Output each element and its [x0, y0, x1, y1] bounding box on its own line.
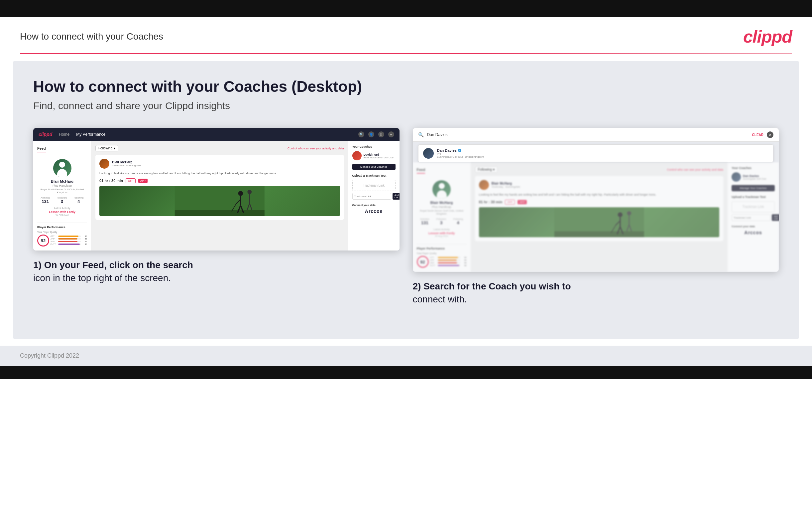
manage-coaches-btn[interactable]: Manage Your Coaches	[352, 164, 395, 170]
search-result-name-1: Dan Davies ✓	[437, 149, 484, 153]
nav-home-1[interactable]: Home	[59, 132, 69, 137]
trackman-placeholder-1: Trackman Link	[356, 184, 392, 187]
stat-activities-value: 131	[41, 199, 50, 204]
middle-panel-1: Following ▾ Control who can see your act…	[91, 141, 348, 251]
app-nav-1: clippd Home My Performance 🔍 👤 ⚙ ▼	[33, 128, 399, 141]
add-link-btn-1[interactable]: Add Link	[392, 193, 399, 200]
trackman-title-1: Upload a Trackman Test	[352, 174, 395, 177]
stat-following: Following 4	[74, 197, 84, 204]
clear-button[interactable]: CLEAR	[752, 133, 763, 137]
step-1-text: icon in the top right of the screen.	[33, 273, 171, 283]
post-author-name-1: Blair McHarg	[112, 160, 141, 164]
right-panel-1: Your Coaches David Ford Royal North Devo…	[348, 141, 399, 251]
page-title: How to connect with your Coaches	[20, 31, 163, 42]
trackman-section-1: Upload a Trackman Test Trackman Link Add…	[352, 174, 395, 200]
screenshot1-frame: clippd Home My Performance 🔍 👤 ⚙ ▼ Feed	[33, 128, 399, 251]
settings-icon-1[interactable]: ⚙	[378, 131, 384, 137]
coach-name-1: David Ford	[364, 153, 393, 156]
profile-handicap-2: Plus Handicap	[417, 205, 467, 209]
header-divider	[20, 53, 792, 54]
stat-followers: Followers 3	[57, 197, 67, 204]
app-tag-btn[interactable]: APP	[138, 179, 148, 183]
search-input-2[interactable]	[427, 132, 749, 137]
section-subtitle: Find, connect and share your Clippd insi…	[33, 100, 779, 112]
search-result-club-1: Sunningdale Golf Club, United Kingdom	[437, 155, 484, 158]
stat-followers-label: Followers	[57, 197, 67, 199]
perf-bar-app-track	[58, 238, 81, 240]
search-magnifier-icon: 🔍	[418, 132, 424, 137]
post-header-1: Blair McHarg Yesterday · Sunningdale	[99, 159, 340, 169]
profile-avatar-1	[53, 159, 71, 177]
stat-following-value: 4	[74, 199, 84, 204]
step-2-number: 2) Search for the Coach you wish to	[413, 281, 571, 291]
perf-bar-ott-fill	[58, 236, 79, 237]
arccos-logo-1: Arccos	[352, 209, 395, 214]
latest-activity-label: Latest Activity	[37, 207, 87, 210]
profile-name-1: Blair McHarg	[37, 179, 87, 183]
feed-tab-1[interactable]: Feed	[37, 145, 46, 153]
perf-total-label-1: Total Player Quality	[37, 231, 87, 233]
perf-bar-putt-value: 96	[82, 243, 87, 245]
following-row-1: Following ▾ Control who can see your act…	[95, 145, 344, 152]
svg-point-8	[247, 189, 252, 194]
perf-bar-app: APP 85	[51, 238, 87, 240]
following-button-1[interactable]: Following ▾	[95, 145, 118, 152]
perf-bar-app-label: APP	[51, 238, 57, 240]
main-content: How to connect with your Coaches (Deskto…	[13, 61, 799, 339]
profile-club-1: Royal North Devon Golf Club, United King…	[37, 188, 87, 194]
profile-section-1: Blair McHarg Plus Handicap Royal North D…	[37, 156, 87, 219]
search-result-info-1: Dan Davies ✓ Pro Sunningdale Golf Club, …	[437, 149, 484, 158]
svg-point-20	[627, 211, 631, 215]
post-image-2	[479, 207, 720, 237]
perf-bar-ott-track	[58, 236, 81, 237]
performance-section-2: Player Performance Total Player Quality …	[417, 244, 467, 268]
verified-badge-1: ✓	[458, 149, 461, 152]
post-avatar-1	[99, 159, 109, 169]
trackman-input-area-1: Trackman Link	[352, 180, 395, 191]
search-result-1[interactable]: Dan Davies ✓ Pro Sunningdale Golf Club, …	[418, 144, 774, 162]
search-result-avatar-1	[423, 148, 434, 159]
app-body-2: Feed Blair McHarg Plus Handicap Royal No…	[413, 162, 779, 272]
stat-activities-label: Activities	[41, 197, 50, 199]
perf-bar-arg-track	[58, 241, 81, 242]
svg-point-14	[618, 212, 622, 217]
stats-row-2: Activities 131 Followers 3 Following	[417, 218, 467, 225]
score-circle-1: 92	[37, 235, 49, 247]
avatar-head-2	[439, 183, 445, 189]
post-author-info-1: Blair McHarg Yesterday · Sunningdale	[112, 160, 141, 167]
stat-activities-2: Activities 131	[420, 218, 429, 225]
coach-item-1: David Ford Royal North Devon Golf Club	[352, 151, 395, 160]
close-search-btn[interactable]: ✕	[767, 131, 773, 138]
feed-tab-2: Feed	[417, 166, 425, 174]
coaches-title-1: Your Coaches	[352, 145, 395, 149]
user-icon-1[interactable]: ▼	[388, 131, 394, 137]
avatar-body-2	[437, 190, 447, 199]
avatar-head	[59, 162, 65, 168]
profile-icon-1[interactable]: 👤	[368, 131, 374, 137]
trackman-input-field-1[interactable]	[352, 193, 391, 200]
step-1-label: 1) On your Feed, click on the search ico…	[33, 258, 399, 285]
perf-bar-putt: PUTT 96	[51, 243, 87, 245]
post-text-1: Looking to feel like my hands are exitin…	[99, 171, 340, 176]
stat-following-label: Following	[74, 197, 84, 199]
nav-myperformance-1[interactable]: My Performance	[76, 132, 105, 137]
coach-club-1: Royal North Devon Golf Club	[364, 156, 393, 159]
off-tag-btn[interactable]: OFF	[126, 178, 136, 183]
stat-following-2: Following 4	[453, 218, 463, 225]
profile-name-2: Blair McHarg	[417, 201, 467, 205]
perf-bar-putt-label: PUTT	[51, 243, 57, 245]
screenshots-row: clippd Home My Performance 🔍 👤 ⚙ ▼ Feed	[33, 128, 779, 306]
screenshot2-frame: 🔍 CLEAR ✕ Dan Davies ✓ Pro Sunningdale G	[413, 128, 779, 272]
screenshot1-container: clippd Home My Performance 🔍 👤 ⚙ ▼ Feed	[33, 128, 399, 306]
trackman-input-row-1: Add Link	[352, 193, 395, 200]
control-link-1[interactable]: Control who can see your activity and da…	[288, 147, 344, 150]
chevron-down-icon: ▾	[114, 146, 115, 150]
right-panel-2: Your Coaches Dan Davies Sunningdale Golf…	[727, 162, 779, 272]
search-icon-1[interactable]: 🔍	[358, 131, 364, 137]
step-1-number: 1) On your Feed, click on the search	[33, 260, 193, 270]
search-result-role-1: Pro	[437, 153, 484, 155]
perf-bar-arg-value: 86	[82, 241, 87, 243]
stats-row-1: Activities 131 Followers 3 Following 4	[37, 197, 87, 204]
perf-bar-putt-track	[58, 244, 81, 245]
step-2-label: 2) Search for the Coach you wish to conn…	[413, 280, 779, 306]
